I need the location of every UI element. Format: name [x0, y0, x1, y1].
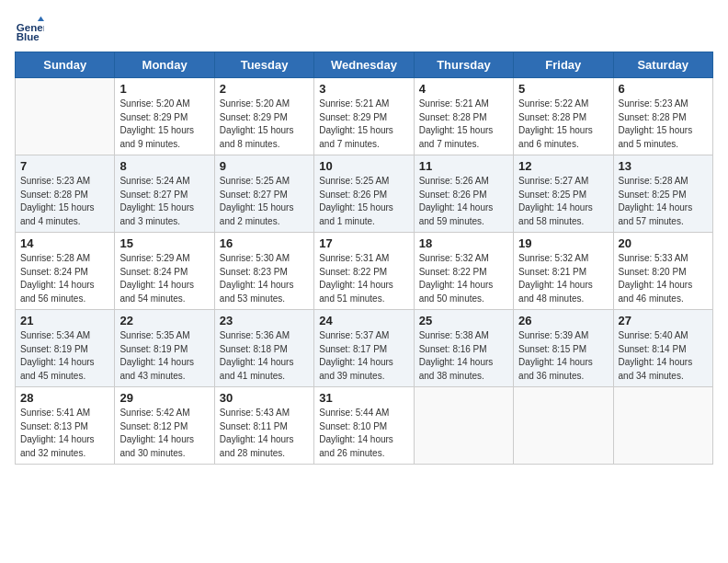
calendar-header: SundayMondayTuesdayWednesdayThursdayFrid…	[16, 52, 713, 78]
calendar-cell: 23Sunrise: 5:36 AM Sunset: 8:18 PM Dayli…	[214, 310, 313, 387]
calendar-cell: 15Sunrise: 5:29 AM Sunset: 8:24 PM Dayli…	[115, 233, 214, 310]
calendar-cell: 4Sunrise: 5:21 AM Sunset: 8:28 PM Daylig…	[414, 78, 513, 155]
day-number: 2	[220, 82, 309, 96]
day-info: Sunrise: 5:35 AM Sunset: 8:19 PM Dayligh…	[119, 329, 209, 383]
day-number: 27	[619, 314, 708, 327]
day-info: Sunrise: 5:23 AM Sunset: 8:28 PM Dayligh…	[20, 175, 109, 228]
calendar-cell: 3Sunrise: 5:21 AM Sunset: 8:29 PM Daylig…	[314, 78, 414, 155]
week-row-1: 1Sunrise: 5:20 AM Sunset: 8:29 PM Daylig…	[16, 78, 713, 155]
day-header-sunday: Sunday	[16, 52, 115, 78]
day-info: Sunrise: 5:42 AM Sunset: 8:12 PM Dayligh…	[119, 407, 209, 460]
week-row-4: 21Sunrise: 5:34 AM Sunset: 8:19 PM Dayli…	[16, 310, 713, 387]
calendar-cell: 1Sunrise: 5:20 AM Sunset: 8:29 PM Daylig…	[115, 78, 214, 155]
day-number: 16	[220, 236, 309, 250]
calendar-cell	[514, 387, 613, 465]
day-header-thursday: Thursday	[414, 52, 513, 78]
calendar-cell	[613, 387, 712, 465]
day-number: 12	[518, 159, 608, 173]
logo-icon: General Blue	[15, 15, 44, 44]
day-number: 18	[419, 236, 508, 250]
day-number: 9	[220, 159, 309, 173]
calendar-cell: 25Sunrise: 5:38 AM Sunset: 8:16 PM Dayli…	[414, 310, 513, 387]
calendar-cell: 21Sunrise: 5:34 AM Sunset: 8:19 PM Dayli…	[16, 310, 115, 387]
day-info: Sunrise: 5:30 AM Sunset: 8:23 PM Dayligh…	[220, 252, 309, 305]
day-info: Sunrise: 5:29 AM Sunset: 8:24 PM Dayligh…	[119, 252, 209, 305]
day-info: Sunrise: 5:43 AM Sunset: 8:11 PM Dayligh…	[220, 407, 309, 460]
day-info: Sunrise: 5:32 AM Sunset: 8:22 PM Dayligh…	[419, 252, 508, 305]
day-info: Sunrise: 5:34 AM Sunset: 8:19 PM Dayligh…	[20, 329, 109, 383]
day-info: Sunrise: 5:38 AM Sunset: 8:16 PM Dayligh…	[419, 329, 508, 383]
day-number: 10	[319, 159, 408, 173]
svg-marker-2	[38, 17, 44, 21]
calendar-cell: 27Sunrise: 5:40 AM Sunset: 8:14 PM Dayli…	[613, 310, 712, 387]
day-info: Sunrise: 5:21 AM Sunset: 8:29 PM Dayligh…	[319, 98, 408, 151]
day-info: Sunrise: 5:39 AM Sunset: 8:15 PM Dayligh…	[518, 329, 608, 383]
day-number: 5	[518, 82, 608, 96]
day-number: 14	[20, 236, 109, 250]
day-info: Sunrise: 5:36 AM Sunset: 8:18 PM Dayligh…	[220, 329, 309, 383]
day-info: Sunrise: 5:41 AM Sunset: 8:13 PM Dayligh…	[20, 407, 109, 460]
calendar-cell	[16, 78, 115, 155]
calendar-cell: 28Sunrise: 5:41 AM Sunset: 8:13 PM Dayli…	[16, 387, 115, 465]
day-info: Sunrise: 5:23 AM Sunset: 8:28 PM Dayligh…	[619, 98, 708, 151]
day-number: 17	[319, 236, 408, 250]
calendar-cell: 18Sunrise: 5:32 AM Sunset: 8:22 PM Dayli…	[414, 233, 513, 310]
day-number: 24	[319, 314, 408, 327]
day-info: Sunrise: 5:25 AM Sunset: 8:27 PM Dayligh…	[220, 175, 309, 228]
calendar-cell: 11Sunrise: 5:26 AM Sunset: 8:26 PM Dayli…	[414, 155, 513, 233]
calendar-cell: 14Sunrise: 5:28 AM Sunset: 8:24 PM Dayli…	[16, 233, 115, 310]
calendar-cell: 8Sunrise: 5:24 AM Sunset: 8:27 PM Daylig…	[115, 155, 214, 233]
day-info: Sunrise: 5:33 AM Sunset: 8:20 PM Dayligh…	[619, 252, 708, 305]
day-number: 21	[20, 314, 109, 327]
day-info: Sunrise: 5:32 AM Sunset: 8:21 PM Dayligh…	[518, 252, 608, 305]
day-number: 7	[20, 159, 109, 173]
day-header-tuesday: Tuesday	[214, 52, 313, 78]
day-info: Sunrise: 5:21 AM Sunset: 8:28 PM Dayligh…	[419, 98, 508, 151]
calendar-table: SundayMondayTuesdayWednesdayThursdayFrid…	[15, 52, 713, 465]
day-header-saturday: Saturday	[613, 52, 712, 78]
day-number: 22	[119, 314, 209, 327]
week-row-5: 28Sunrise: 5:41 AM Sunset: 8:13 PM Dayli…	[16, 387, 713, 465]
day-info: Sunrise: 5:44 AM Sunset: 8:10 PM Dayligh…	[319, 407, 408, 460]
day-info: Sunrise: 5:24 AM Sunset: 8:27 PM Dayligh…	[119, 175, 209, 228]
day-number: 1	[119, 82, 209, 96]
day-number: 8	[119, 159, 209, 173]
day-header-monday: Monday	[115, 52, 214, 78]
calendar-cell: 22Sunrise: 5:35 AM Sunset: 8:19 PM Dayli…	[115, 310, 214, 387]
day-info: Sunrise: 5:26 AM Sunset: 8:26 PM Dayligh…	[419, 175, 508, 228]
day-info: Sunrise: 5:22 AM Sunset: 8:28 PM Dayligh…	[518, 98, 608, 151]
day-number: 19	[518, 236, 608, 250]
day-number: 30	[220, 391, 309, 405]
day-number: 15	[119, 236, 209, 250]
day-number: 23	[220, 314, 309, 327]
day-info: Sunrise: 5:20 AM Sunset: 8:29 PM Dayligh…	[119, 98, 209, 151]
day-number: 29	[119, 391, 209, 405]
day-number: 6	[619, 82, 708, 96]
week-row-3: 14Sunrise: 5:28 AM Sunset: 8:24 PM Dayli…	[16, 233, 713, 310]
day-number: 31	[319, 391, 408, 405]
calendar-cell: 26Sunrise: 5:39 AM Sunset: 8:15 PM Dayli…	[514, 310, 613, 387]
day-number: 28	[20, 391, 109, 405]
day-info: Sunrise: 5:37 AM Sunset: 8:17 PM Dayligh…	[319, 329, 408, 383]
calendar-cell: 6Sunrise: 5:23 AM Sunset: 8:28 PM Daylig…	[613, 78, 712, 155]
day-info: Sunrise: 5:31 AM Sunset: 8:22 PM Dayligh…	[319, 252, 408, 305]
calendar-cell: 9Sunrise: 5:25 AM Sunset: 8:27 PM Daylig…	[214, 155, 313, 233]
day-headers-row: SundayMondayTuesdayWednesdayThursdayFrid…	[16, 52, 713, 78]
calendar-cell	[414, 387, 513, 465]
calendar-cell: 5Sunrise: 5:22 AM Sunset: 8:28 PM Daylig…	[514, 78, 613, 155]
day-header-friday: Friday	[514, 52, 613, 78]
day-number: 25	[419, 314, 508, 327]
calendar-cell: 19Sunrise: 5:32 AM Sunset: 8:21 PM Dayli…	[514, 233, 613, 310]
calendar-cell: 31Sunrise: 5:44 AM Sunset: 8:10 PM Dayli…	[314, 387, 414, 465]
calendar-cell: 29Sunrise: 5:42 AM Sunset: 8:12 PM Dayli…	[115, 387, 214, 465]
calendar-cell: 2Sunrise: 5:20 AM Sunset: 8:29 PM Daylig…	[214, 78, 313, 155]
calendar-cell: 10Sunrise: 5:25 AM Sunset: 8:26 PM Dayli…	[314, 155, 414, 233]
svg-text:Blue: Blue	[17, 31, 40, 42]
calendar-cell: 7Sunrise: 5:23 AM Sunset: 8:28 PM Daylig…	[16, 155, 115, 233]
calendar-cell: 13Sunrise: 5:28 AM Sunset: 8:25 PM Dayli…	[613, 155, 712, 233]
day-info: Sunrise: 5:40 AM Sunset: 8:14 PM Dayligh…	[619, 329, 708, 383]
page-header: General Blue	[15, 15, 713, 44]
day-number: 20	[619, 236, 708, 250]
day-number: 3	[319, 82, 408, 96]
day-info: Sunrise: 5:25 AM Sunset: 8:26 PM Dayligh…	[319, 175, 408, 228]
